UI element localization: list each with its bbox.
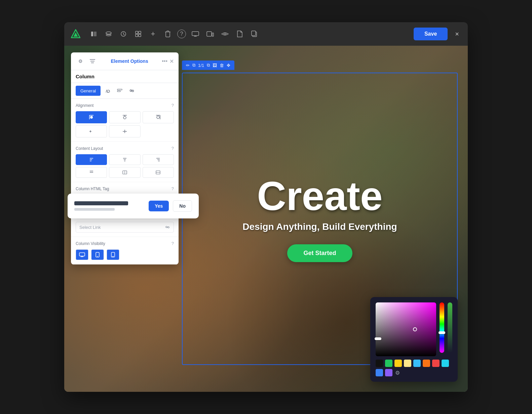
- layout-btn-3[interactable]: [143, 154, 174, 165]
- confirm-no-button[interactable]: No: [173, 200, 192, 212]
- delete-element-icon[interactable]: 🗑: [220, 63, 224, 68]
- swatch-cyan[interactable]: [442, 360, 449, 367]
- toolbar: + ? Save ×: [64, 22, 468, 46]
- layers-icon[interactable]: [103, 29, 114, 39]
- swatch-purple[interactable]: [385, 369, 392, 376]
- swatch-red[interactable]: [432, 360, 440, 367]
- visibility-desktop-btn[interactable]: [76, 249, 88, 260]
- swatch-light-blue[interactable]: [413, 360, 421, 367]
- panel-title: Element Options: [100, 58, 159, 64]
- duplicate-element-icon[interactable]: ⧉: [207, 63, 210, 68]
- save-button[interactable]: Save: [414, 28, 448, 40]
- add-icon[interactable]: +: [148, 29, 158, 39]
- edit-element-icon[interactable]: ✏: [186, 63, 190, 68]
- page-icon[interactable]: [234, 29, 245, 39]
- tab-style-icon[interactable]: [103, 86, 113, 96]
- content-layout-section: Content Layout ?: [71, 142, 179, 182]
- copy-element-icon[interactable]: ⧉: [192, 63, 195, 68]
- content-layout-grid: [76, 154, 174, 178]
- color-picker-dot[interactable]: [413, 327, 417, 331]
- layout-btn-6[interactable]: [143, 167, 174, 178]
- responsive-icon[interactable]: [205, 29, 216, 39]
- alignment-help-icon[interactable]: ?: [172, 103, 174, 108]
- swatch-orange[interactable]: [423, 360, 430, 367]
- swatch-black[interactable]: [376, 360, 383, 367]
- color-picker: ⚙: [370, 297, 458, 382]
- tab-advanced-icon[interactable]: [115, 86, 125, 96]
- align-top-right-btn[interactable]: [143, 111, 174, 123]
- confirm-dialog: Yes No: [68, 194, 199, 218]
- svg-point-30: [157, 116, 159, 119]
- close-button[interactable]: ×: [452, 28, 462, 40]
- sidebar-toggle-icon[interactable]: [88, 29, 99, 39]
- svg-rect-22: [117, 91, 120, 92]
- visibility-tablet-btn[interactable]: [91, 249, 104, 260]
- align-top-left-btn[interactable]: [76, 111, 107, 123]
- panel-settings-icon[interactable]: ⚙: [76, 56, 85, 66]
- alpha-thumb[interactable]: [375, 337, 381, 340]
- panel-filter-icon[interactable]: [88, 56, 97, 66]
- column-visibility-help-icon[interactable]: ?: [172, 241, 174, 246]
- preview-icon[interactable]: [190, 29, 201, 39]
- panel-dots-icon[interactable]: •••: [162, 58, 167, 65]
- delete-icon[interactable]: [162, 29, 173, 39]
- svg-rect-9: [139, 34, 141, 37]
- panel-column-title-row: Column: [71, 70, 179, 83]
- content-layout-help-icon[interactable]: ?: [172, 146, 174, 151]
- copy-page-icon[interactable]: [249, 29, 260, 39]
- hue-thumb[interactable]: [439, 331, 445, 334]
- alignment-grid: [76, 111, 174, 137]
- help-icon[interactable]: ?: [177, 30, 186, 38]
- image-element-icon[interactable]: 🖼: [213, 63, 217, 68]
- svg-rect-10: [192, 32, 199, 36]
- link-url-icon: [165, 224, 170, 230]
- link-url-input[interactable]: Select Link: [76, 222, 174, 233]
- panel-header-actions: ••• ✕: [162, 58, 174, 65]
- tab-general[interactable]: General: [76, 86, 101, 96]
- app-logo[interactable]: [70, 28, 82, 40]
- svg-rect-14: [212, 33, 214, 36]
- align-top-center-btn[interactable]: [109, 111, 140, 123]
- color-swatches: ⚙: [376, 360, 452, 376]
- eye-icon[interactable]: [220, 29, 230, 39]
- alignment-section: Alignment ?: [71, 99, 179, 142]
- layout-btn-5[interactable]: [109, 167, 140, 178]
- hero-title: Create: [257, 176, 383, 216]
- column-html-tag-help-icon[interactable]: ?: [172, 186, 174, 191]
- layout-btn-2[interactable]: [109, 154, 140, 165]
- color-gradient-area[interactable]: [376, 302, 436, 356]
- layout-btn-4[interactable]: [76, 167, 107, 178]
- svg-rect-2: [91, 32, 93, 36]
- visibility-mobile-btn[interactable]: [107, 249, 119, 260]
- align-center-btn[interactable]: [109, 125, 140, 137]
- confirm-subtitle-bar: [74, 208, 115, 211]
- editor-area: ✏ ⧉ 1/1 ⧉ 🖼 🗑 ✥ Create Design Anything, …: [64, 46, 468, 392]
- align-bottom-left-btn[interactable]: [76, 125, 107, 137]
- alpha-slider[interactable]: [448, 302, 452, 353]
- hue-slider[interactable]: [440, 302, 444, 353]
- alpha-slider-col: [448, 302, 452, 356]
- swatch-blue[interactable]: [376, 369, 383, 376]
- swatch-yellow[interactable]: [394, 360, 402, 367]
- svg-point-4: [106, 32, 111, 34]
- layout-btn-1[interactable]: [76, 154, 107, 165]
- column-html-tag-label: Column HTML Tag ?: [76, 186, 174, 191]
- svg-rect-13: [207, 32, 212, 36]
- main-container: + ? Save × ✏ ⧉: [64, 22, 468, 392]
- swatch-green[interactable]: [385, 360, 392, 367]
- svg-rect-53: [79, 253, 85, 256]
- history-icon[interactable]: [118, 29, 129, 39]
- transform-icon[interactable]: [133, 29, 144, 39]
- confirm-yes-button[interactable]: Yes: [149, 201, 169, 211]
- swatch-light-yellow[interactable]: [404, 360, 411, 367]
- panel-header: ⚙ Element Options ••• ✕: [71, 52, 179, 70]
- tab-link-icon[interactable]: [127, 86, 137, 96]
- hero-cta-button[interactable]: Get Started: [287, 244, 352, 262]
- move-element-icon[interactable]: ✥: [227, 63, 230, 68]
- svg-rect-21: [117, 89, 122, 90]
- panel-close-icon[interactable]: ✕: [169, 58, 174, 65]
- svg-rect-17: [252, 31, 256, 36]
- column-visibility-label: Column Visibility ?: [76, 241, 174, 246]
- confirm-text-block: [74, 201, 145, 211]
- color-settings-icon[interactable]: ⚙: [395, 370, 400, 376]
